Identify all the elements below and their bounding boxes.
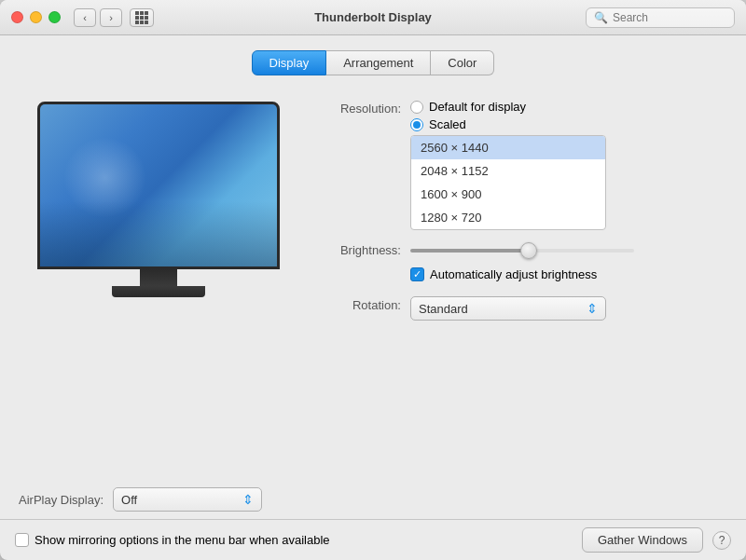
resolution-item-2[interactable]: 1600 × 900: [411, 183, 605, 206]
tab-bar: Display Arrangement Color: [19, 50, 727, 75]
brightness-control: ✓ Automatically adjust brightness: [410, 241, 727, 281]
window-title: Thunderbolt Display: [314, 10, 432, 24]
airplay-row: AirPlay Display: Off ⇕: [0, 478, 746, 515]
close-button[interactable]: [11, 11, 23, 23]
airplay-label: AirPlay Display:: [19, 493, 104, 507]
tab-color[interactable]: Color: [431, 50, 494, 75]
grid-icon: [135, 11, 148, 24]
minimize-button[interactable]: [30, 11, 42, 23]
settings-area: Resolution: Default for display Scaled 2…: [317, 92, 727, 478]
titlebar: ‹ › Thunderbolt Display 🔍: [0, 0, 746, 35]
radio-scaled-button[interactable]: [410, 118, 423, 131]
radio-default-label: Default for display: [429, 100, 526, 114]
radio-default[interactable]: Default for display: [410, 100, 727, 114]
rotation-row: Rotation: Standard ⇕: [317, 296, 727, 321]
brightness-label: Brightness:: [317, 241, 401, 257]
monitor-area: [19, 92, 298, 478]
resolution-row: Resolution: Default for display Scaled 2…: [317, 100, 727, 230]
resolution-item-0[interactable]: 2560 × 1440: [411, 136, 605, 159]
monitor-frame: [37, 102, 280, 269]
slider-thumb[interactable]: [520, 242, 537, 259]
resolution-control: Default for display Scaled 2560 × 1440 2…: [410, 100, 727, 230]
main-panel: Resolution: Default for display Scaled 2…: [19, 92, 727, 478]
rotation-select[interactable]: Standard ⇕: [410, 296, 606, 321]
mirroring-row: Show mirroring options in the menu bar w…: [0, 519, 746, 560]
monitor-screen: [40, 104, 277, 266]
radio-default-button[interactable]: [410, 101, 423, 114]
search-input[interactable]: [613, 11, 726, 24]
content-area: Display Arrangement Color: [0, 35, 746, 478]
auto-brightness-checkbox[interactable]: ✓: [410, 267, 424, 281]
slider-track: [410, 249, 634, 253]
chevron-updown-icon: ⇕: [587, 301, 598, 316]
resolution-list: 2560 × 1440 2048 × 1152 1600 × 900 1280 …: [410, 135, 606, 230]
tab-arrangement[interactable]: Arrangement: [326, 50, 431, 75]
radio-scaled[interactable]: Scaled: [410, 117, 727, 131]
tab-display[interactable]: Display: [252, 50, 327, 75]
search-box[interactable]: 🔍: [586, 7, 735, 28]
grid-button[interactable]: [130, 8, 154, 27]
monitor-power-button: [155, 269, 162, 270]
main-window: ‹ › Thunderbolt Display 🔍 Display Arrang…: [0, 0, 746, 560]
mirroring-label: Show mirroring options in the menu bar w…: [35, 533, 330, 547]
maximize-button[interactable]: [48, 11, 61, 23]
radio-scaled-label: Scaled: [429, 117, 466, 131]
traffic-lights: [11, 11, 61, 23]
monitor-neck: [140, 269, 177, 286]
brightness-slider[interactable]: [410, 241, 634, 260]
monitor-image: [37, 102, 280, 297]
mirroring-checkbox[interactable]: [15, 533, 29, 547]
rotation-value: Standard: [419, 302, 468, 316]
forward-button[interactable]: ›: [100, 8, 122, 27]
search-icon: 🔍: [594, 11, 608, 24]
back-button[interactable]: ‹: [74, 8, 96, 27]
bottom-right-buttons: Gather Windows ?: [582, 527, 731, 553]
nav-buttons: ‹ ›: [74, 8, 154, 27]
airplay-chevron-icon: ⇕: [242, 492, 254, 507]
airplay-value: Off: [121, 493, 137, 507]
auto-brightness-row: ✓ Automatically adjust brightness: [410, 267, 727, 281]
rotation-label: Rotation:: [317, 296, 401, 312]
monitor-bezel: [40, 266, 277, 269]
resolution-item-3[interactable]: 1280 × 720: [411, 206, 605, 229]
airplay-select[interactable]: Off ⇕: [113, 487, 262, 512]
monitor-base: [112, 286, 205, 297]
auto-brightness-label: Automatically adjust brightness: [430, 267, 597, 281]
resolution-label: Resolution:: [317, 100, 401, 116]
gather-windows-button[interactable]: Gather Windows: [582, 527, 703, 553]
resolution-item-1[interactable]: 2048 × 1152: [411, 159, 605, 183]
help-button[interactable]: ?: [712, 531, 731, 550]
brightness-row: Brightness: ✓ Automatically adjust brigh…: [317, 241, 727, 281]
rotation-control: Standard ⇕: [410, 296, 727, 321]
